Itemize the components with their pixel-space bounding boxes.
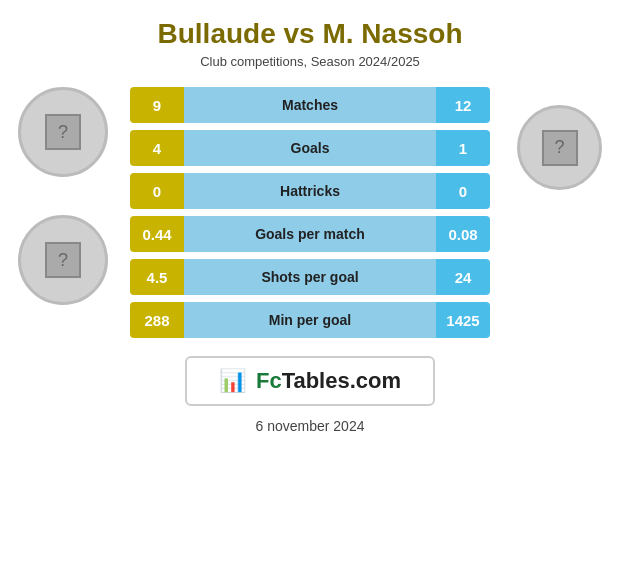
stat-right-value: 0.08 [436,216,490,252]
stats-area: ? ? 9Matches124Goals10Hattricks00.44Goal… [0,87,620,338]
left-avatar-icon-top: ? [45,114,81,150]
stat-row: 288Min per goal1425 [130,302,490,338]
right-avatar: ? [517,105,602,190]
stat-right-value: 24 [436,259,490,295]
match-date: 6 november 2024 [256,418,365,434]
stat-left-value: 0.44 [130,216,184,252]
stat-row: 0.44Goals per match0.08 [130,216,490,252]
stat-left-value: 0 [130,173,184,209]
left-avatar-bottom: ? [18,215,108,305]
stat-row: 4.5Shots per goal24 [130,259,490,295]
stat-label: Hattricks [184,173,436,209]
left-avatar-icon-bottom: ? [45,242,81,278]
brand-icon: 📊 [219,368,246,394]
stat-label: Goals [184,130,436,166]
left-avatar-top: ? [18,87,108,177]
brand-name: FcTables.com [256,368,401,394]
stat-left-value: 288 [130,302,184,338]
stat-label: Shots per goal [184,259,436,295]
stat-left-value: 4.5 [130,259,184,295]
match-subtitle: Club competitions, Season 2024/2025 [200,54,420,69]
main-container: Bullaude vs M. Nassoh Club competitions,… [0,0,620,580]
stat-right-value: 1425 [436,302,490,338]
stat-row: 0Hattricks0 [130,173,490,209]
stat-label: Goals per match [184,216,436,252]
stats-rows: 9Matches124Goals10Hattricks00.44Goals pe… [130,87,490,338]
right-player-avatars: ? [517,105,602,190]
stat-row: 9Matches12 [130,87,490,123]
match-title: Bullaude vs M. Nassoh [158,18,463,50]
right-avatar-icon: ? [542,130,578,166]
stat-right-value: 12 [436,87,490,123]
stat-left-value: 4 [130,130,184,166]
stat-label: Matches [184,87,436,123]
brand-box: 📊 FcTables.com [185,356,435,406]
left-player-avatars: ? ? [18,87,108,305]
stat-label: Min per goal [184,302,436,338]
stat-right-value: 0 [436,173,490,209]
stat-left-value: 9 [130,87,184,123]
stat-row: 4Goals1 [130,130,490,166]
stat-right-value: 1 [436,130,490,166]
